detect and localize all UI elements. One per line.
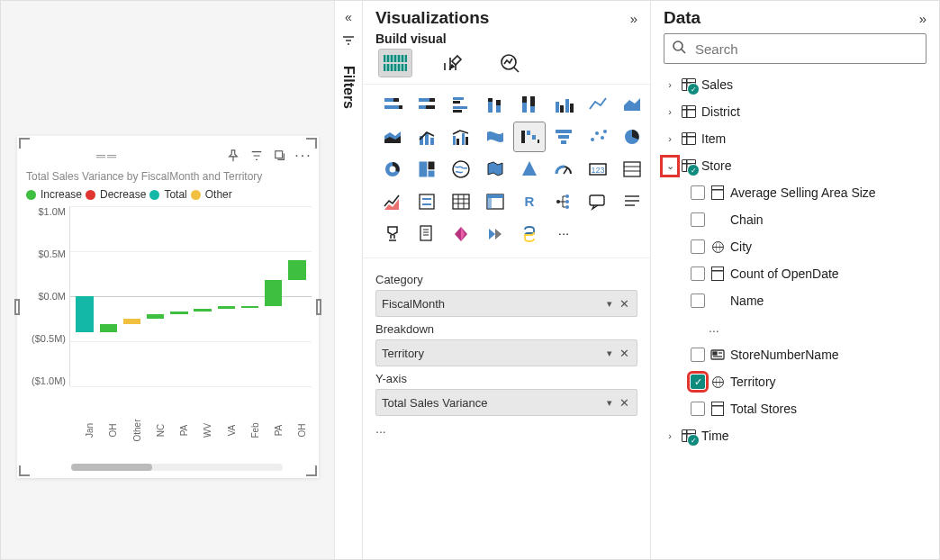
resize-handle-ml[interactable] [14, 299, 20, 315]
viz-line-stacked-column[interactable] [411, 122, 442, 151]
viz-waterfall[interactable] [514, 122, 545, 151]
field-checkbox[interactable] [691, 294, 705, 308]
viz-matrix[interactable] [480, 187, 511, 216]
filters-pane-collapsed[interactable]: « Filters [334, 1, 363, 559]
viz-kpi[interactable] [377, 187, 408, 216]
field-checkbox[interactable] [691, 402, 705, 416]
field-total-stores[interactable]: Total Stores [660, 395, 934, 422]
resize-handle-bl[interactable] [19, 465, 30, 476]
viz-python-visual[interactable] [514, 220, 545, 248]
viz-table[interactable] [446, 187, 476, 216]
viz-scatter[interactable] [583, 122, 613, 151]
resize-handle-tl[interactable] [19, 138, 30, 149]
chevron-down-icon[interactable]: ▾ [607, 298, 612, 310]
viz-decomposition-tree[interactable] [548, 187, 579, 216]
bar-jan[interactable] [74, 206, 95, 386]
field-checkbox[interactable] [691, 266, 705, 281]
viz-r-visual[interactable]: R [514, 187, 545, 216]
well-category[interactable]: FiscalMonth ▾ ✕ [375, 290, 637, 317]
bar-other[interactable] [121, 206, 142, 386]
more-wells[interactable]: ... [375, 416, 637, 441]
field-checkbox[interactable] [691, 212, 705, 227]
viz-clustered-column[interactable] [548, 90, 579, 119]
legend-increase[interactable]: Increase [26, 188, 82, 201]
viz-ribbon[interactable] [480, 122, 511, 151]
viz-qa[interactable] [583, 187, 613, 216]
search-box[interactable] [664, 33, 926, 64]
chevron-down-icon[interactable]: ⌄ [664, 158, 676, 174]
remove-field-icon[interactable]: ✕ [618, 396, 631, 410]
viz-treemap[interactable] [411, 155, 442, 184]
viz-paginated-report[interactable] [411, 220, 442, 248]
viz-map[interactable] [446, 155, 476, 184]
viz-multi-row-card[interactable] [617, 155, 647, 184]
viz-donut[interactable] [377, 155, 408, 184]
viz-gauge[interactable] [548, 155, 579, 184]
legend-decrease[interactable]: Decrease [86, 188, 146, 201]
legend-total[interactable]: Total [149, 188, 186, 201]
bar-oh[interactable] [97, 206, 119, 386]
analytics-tab[interactable] [494, 50, 527, 77]
field-city[interactable]: City [660, 233, 934, 260]
viz-line-clustered-column[interactable] [446, 122, 476, 151]
viz-card[interactable]: 123 [583, 155, 613, 184]
chevron-right-icon[interactable]: › [664, 106, 676, 117]
focus-mode-icon[interactable] [272, 148, 288, 164]
bar-pa[interactable] [168, 206, 190, 386]
chart-horizontal-scrollbar[interactable] [71, 464, 283, 471]
field-chain[interactable]: Chain [660, 206, 934, 233]
bar-va[interactable] [215, 206, 237, 386]
resize-handle-mr[interactable] [316, 299, 321, 315]
field-count-opendate[interactable]: Count of OpenDate [660, 260, 934, 287]
field-storenumbername[interactable]: StoreNumberName [660, 341, 934, 368]
collapse-visualizations-icon[interactable]: » [630, 11, 637, 26]
format-visual-tab[interactable] [437, 50, 469, 77]
more-options-icon[interactable]: ··· [295, 148, 312, 164]
collapse-data-icon[interactable]: » [919, 11, 926, 26]
viz-get-more-visuals[interactable]: ··· [548, 220, 579, 248]
resize-handle-br[interactable] [306, 465, 317, 476]
viz-smart-narrative[interactable] [617, 187, 647, 216]
table-item[interactable]: › Item [660, 125, 934, 152]
viz-line[interactable] [583, 90, 613, 119]
viz-power-automate[interactable] [480, 220, 511, 248]
remove-field-icon[interactable]: ✕ [618, 347, 631, 360]
field-more[interactable]: ... [660, 314, 934, 341]
field-checkbox[interactable] [691, 239, 705, 254]
viz-stacked-area[interactable] [377, 122, 408, 151]
field-territory[interactable]: Territory [660, 368, 934, 395]
field-avg-selling-area[interactable]: Average Selling Area Size [660, 179, 934, 206]
table-store[interactable]: ⌄ Store [660, 152, 934, 179]
viz-filled-map[interactable] [480, 155, 511, 184]
build-visual-tab[interactable] [379, 50, 411, 77]
field-checkbox[interactable] [691, 348, 705, 362]
viz-slicer[interactable] [411, 187, 442, 216]
remove-field-icon[interactable]: ✕ [618, 297, 631, 311]
chevron-right-icon[interactable]: › [664, 79, 676, 90]
drag-handle-icon[interactable]: ══ [96, 149, 118, 163]
search-input[interactable] [693, 41, 918, 58]
well-yaxis[interactable]: Total Sales Variance ▾ ✕ [375, 389, 637, 416]
chevron-right-icon[interactable]: › [664, 133, 676, 144]
chart-visual[interactable]: ══ ··· Total Sales Variance by FiscalMon… [17, 136, 319, 478]
bar-nc[interactable] [145, 206, 167, 386]
expand-filters-icon[interactable]: « [345, 10, 352, 24]
viz-stacked-bar-100[interactable] [411, 90, 442, 119]
pin-icon[interactable] [225, 148, 241, 164]
viz-funnel[interactable] [548, 122, 579, 151]
viz-azure-map[interactable] [514, 155, 545, 184]
viz-stacked-column-100[interactable] [514, 90, 545, 119]
scrollbar-thumb[interactable] [71, 464, 152, 471]
viz-pie[interactable] [617, 122, 647, 151]
viz-stacked-bar[interactable] [377, 90, 408, 119]
chevron-right-icon[interactable]: › [664, 430, 676, 441]
bar-wv[interactable] [192, 206, 213, 386]
bar-pa[interactable] [263, 206, 285, 386]
table-sales[interactable]: › Sales [660, 71, 934, 98]
report-canvas[interactable]: ══ ··· Total Sales Variance by FiscalMon… [1, 1, 334, 559]
field-checkbox[interactable] [691, 185, 705, 200]
table-district[interactable]: › District [660, 98, 934, 125]
bar-feb[interactable] [239, 206, 260, 386]
field-name[interactable]: Name [660, 287, 934, 314]
chevron-down-icon[interactable]: ▾ [607, 348, 612, 359]
